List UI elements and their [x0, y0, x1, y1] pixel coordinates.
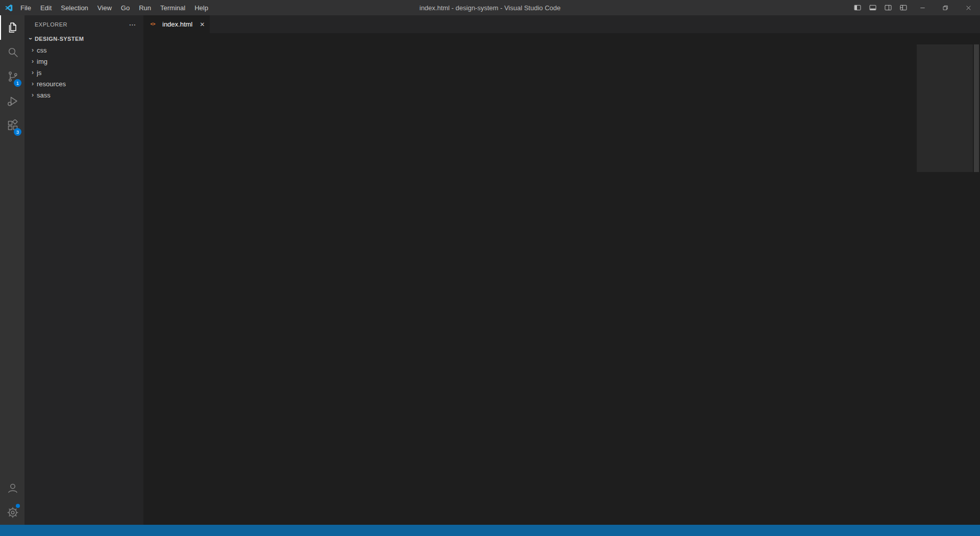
- settings-badge-dot: [16, 504, 20, 508]
- folder-item-img[interactable]: ›img: [24, 56, 143, 67]
- file-label: resources: [37, 80, 66, 88]
- chevron-right-icon: ›: [29, 80, 37, 87]
- layout-panel-icon[interactable]: [865, 0, 880, 15]
- activity-bar: 13: [0, 15, 24, 525]
- close-icon[interactable]: ✕: [200, 21, 205, 28]
- menu-view[interactable]: View: [93, 0, 116, 15]
- editor-area: <> index.html ✕: [143, 15, 980, 525]
- minimize-button[interactable]: [911, 0, 934, 15]
- layout-sidebar-left-icon[interactable]: [850, 0, 865, 15]
- close-button[interactable]: [957, 0, 980, 15]
- tab-label: index.html: [162, 20, 192, 28]
- code-editor[interactable]: [143, 44, 917, 525]
- menu-go[interactable]: Go: [116, 0, 134, 15]
- activity-source-control[interactable]: 1: [0, 64, 24, 89]
- file-label: js: [37, 69, 41, 77]
- activity-settings[interactable]: [0, 500, 24, 525]
- tab-index-html[interactable]: <> index.html ✕: [143, 15, 210, 33]
- more-actions-icon[interactable]: ⋯: [127, 20, 139, 29]
- folder-section-label: DESIGN-SYSTEM: [35, 36, 84, 42]
- folder-item-resources[interactable]: ›resources: [24, 78, 143, 89]
- folder-section-header[interactable]: › DESIGN-SYSTEM: [24, 33, 143, 44]
- activity-explorer[interactable]: [0, 15, 24, 40]
- minimap-slider[interactable]: [917, 44, 973, 172]
- badge-source-control: 1: [14, 79, 21, 87]
- menu-file[interactable]: File: [16, 0, 36, 15]
- chevron-right-icon: ›: [29, 46, 37, 54]
- activity-search[interactable]: [0, 40, 24, 64]
- folder-item-js[interactable]: ›js: [24, 67, 143, 78]
- badge-extensions: 3: [14, 128, 21, 136]
- menu-run[interactable]: Run: [134, 0, 156, 15]
- editor: [143, 44, 980, 525]
- menu-bar: FileEditSelectionViewGoRunTerminalHelp: [16, 0, 213, 15]
- breadcrumb: [143, 33, 980, 44]
- folder-item-css[interactable]: ›css: [24, 44, 143, 56]
- chevron-down-icon: ›: [27, 35, 34, 43]
- file-label: img: [37, 58, 47, 65]
- activity-run-debug[interactable]: [0, 89, 24, 113]
- scrollbar-thumb[interactable]: [974, 44, 979, 172]
- folder-item-sass[interactable]: ›sass: [24, 89, 143, 101]
- editor-scrollbar[interactable]: [973, 44, 980, 525]
- menu-help[interactable]: Help: [190, 0, 213, 15]
- title-bar: FileEditSelectionViewGoRunTerminalHelp i…: [0, 0, 980, 15]
- menu-edit[interactable]: Edit: [36, 0, 56, 15]
- menu-selection[interactable]: Selection: [56, 0, 92, 15]
- sidebar: EXPLORER ⋯ › DESIGN-SYSTEM ›css›img›js›r…: [24, 15, 143, 525]
- layout-sidebar-right-icon[interactable]: [880, 0, 896, 15]
- activity-accounts[interactable]: [0, 476, 24, 500]
- file-label: css: [37, 46, 47, 54]
- sidebar-header: EXPLORER ⋯: [24, 15, 143, 33]
- vscode-logo-icon: [5, 4, 13, 12]
- customize-layout-icon[interactable]: [896, 0, 911, 15]
- chevron-right-icon: ›: [29, 91, 37, 99]
- minimap[interactable]: [917, 44, 973, 525]
- status-bar: [0, 525, 980, 536]
- restore-button[interactable]: [934, 0, 957, 15]
- vscode-window: FileEditSelectionViewGoRunTerminalHelp i…: [0, 0, 980, 536]
- menu-terminal[interactable]: Terminal: [156, 0, 190, 15]
- tab-bar: <> index.html ✕: [143, 15, 980, 33]
- file-tree: ›css›img›js›resources›sass: [24, 44, 143, 525]
- explorer-title: EXPLORER: [35, 21, 67, 28]
- html-file-icon: <>: [149, 22, 157, 27]
- chevron-right-icon: ›: [29, 58, 37, 65]
- chevron-right-icon: ›: [29, 69, 37, 76]
- activity-extensions[interactable]: 3: [0, 113, 24, 138]
- file-label: sass: [37, 91, 51, 99]
